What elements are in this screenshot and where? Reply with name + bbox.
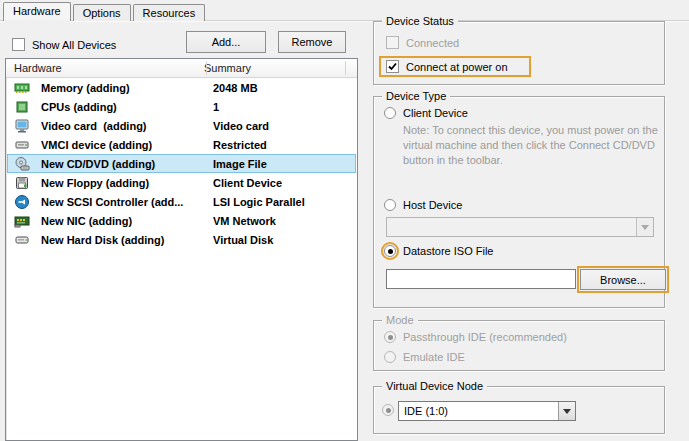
datastore-iso-radio[interactable]: Datastore ISO File [384, 245, 493, 257]
client-device-radio[interactable]: Client Device [384, 107, 468, 119]
radio-unselected-disabled-icon [384, 351, 396, 363]
virtual-device-node-title: Virtual Device Node [382, 379, 487, 393]
host-device-radio[interactable]: Host Device [384, 199, 462, 211]
passthrough-ide-label: Passthrough IDE (recommended) [403, 331, 567, 343]
device-type-title: Device Type [382, 89, 450, 103]
column-divider[interactable] [345, 61, 346, 75]
device-summary: Video card [213, 120, 269, 132]
show-all-devices-checkbox[interactable]: Show All Devices [12, 38, 116, 51]
connected-checkbox: Connected [386, 36, 459, 49]
tab-hardware[interactable]: Hardware [3, 2, 71, 21]
chevron-down-icon [636, 218, 653, 236]
column-header-summary[interactable]: Summary [198, 62, 357, 74]
list-item-new-nic[interactable]: New NIC (adding) VM Network [7, 211, 356, 230]
list-item-cpus[interactable]: CPUs (adding) 1 [7, 97, 356, 116]
datastore-iso-label: Datastore ISO File [403, 245, 493, 257]
device-name: VMCI device (adding) [41, 139, 207, 151]
vmci-icon [14, 137, 30, 153]
host-device-label: Host Device [403, 199, 462, 211]
device-name: New CD/DVD (adding) [41, 158, 207, 170]
tab-resources[interactable]: Resources [133, 4, 206, 21]
nic-icon [14, 213, 30, 229]
mode-group: Mode Passthrough IDE (recommended) Emula… [373, 320, 665, 371]
connect-at-power-on-label: Connect at power on [406, 61, 508, 73]
device-name: New Floppy (adding) [41, 177, 207, 189]
device-summary: Client Device [213, 177, 282, 189]
device-name: New NIC (adding) [41, 215, 207, 227]
device-name: Video card (adding) [41, 120, 207, 132]
device-summary: Image File [213, 158, 267, 170]
device-summary: 1 [213, 101, 219, 113]
browse-button[interactable]: Browse... [580, 269, 666, 290]
radio-selected-disabled-icon [382, 404, 394, 416]
hardware-list[interactable]: Hardware Summary Memory (adding) 2048 MB… [5, 58, 358, 441]
virtual-device-node-group: Virtual Device Node IDE (1:0) [373, 386, 665, 434]
device-name: CPUs (adding) [41, 101, 207, 113]
emulate-ide-radio: Emulate IDE [384, 351, 465, 363]
checkbox-disabled-icon [386, 36, 399, 49]
device-summary: Restricted [213, 139, 267, 151]
connect-at-power-on-checkbox[interactable]: Connect at power on [386, 60, 508, 73]
column-divider[interactable] [206, 61, 207, 75]
device-status-title: Device Status [382, 14, 458, 28]
list-item-memory[interactable]: Memory (adding) 2048 MB [7, 78, 356, 97]
memory-icon [14, 80, 30, 96]
checkbox-checked-icon[interactable] [386, 60, 399, 73]
radio-selected-disabled-icon [384, 331, 396, 343]
device-name: Memory (adding) [41, 82, 207, 94]
device-node-dropdown[interactable]: IDE (1:0) [398, 401, 576, 421]
list-item-vmci[interactable]: VMCI device (adding) Restricted [7, 135, 356, 154]
iso-path-input[interactable] [386, 269, 576, 289]
device-summary: VM Network [213, 215, 276, 227]
passthrough-ide-radio: Passthrough IDE (recommended) [384, 331, 567, 343]
list-header[interactable]: Hardware Summary [6, 59, 357, 78]
scsi-icon [14, 194, 30, 210]
show-all-devices-label: Show All Devices [32, 39, 116, 51]
device-name: New Hard Disk (adding) [41, 234, 207, 246]
list-item-new-cd-dvd[interactable]: New CD/DVD (adding) Image File [7, 154, 356, 173]
floppy-icon [14, 175, 30, 191]
device-type-group: Device Type Client Device Note: To conne… [373, 96, 665, 308]
device-name: New SCSI Controller (add... [41, 196, 207, 208]
cpu-icon [14, 99, 30, 115]
device-summary: LSI Logic Parallel [213, 196, 305, 208]
device-summary: Virtual Disk [213, 234, 273, 246]
mode-title: Mode [382, 313, 418, 327]
device-node-dropdown-value: IDE (1:0) [399, 405, 558, 417]
chevron-down-icon[interactable] [558, 402, 575, 420]
list-item-new-hard-disk[interactable]: New Hard Disk (adding) Virtual Disk [7, 230, 356, 249]
client-device-note: Note: To connect this device, you must p… [403, 123, 665, 168]
hard-disk-icon [14, 232, 30, 248]
device-summary: 2048 MB [213, 82, 258, 94]
device-status-group: Device Status Connected Connect at power… [373, 21, 665, 85]
list-item-new-floppy[interactable]: New Floppy (adding) Client Device [7, 173, 356, 192]
tab-options[interactable]: Options [73, 4, 131, 21]
host-device-dropdown [386, 217, 654, 237]
radio-unselected-icon[interactable] [384, 199, 396, 211]
tab-bar: Hardware Options Resources [3, 2, 207, 21]
list-item-new-scsi-controller[interactable]: New SCSI Controller (add... LSI Logic Pa… [7, 192, 356, 211]
client-device-label: Client Device [403, 107, 468, 119]
radio-selected-icon[interactable] [384, 245, 396, 257]
cd-dvd-icon [14, 156, 30, 172]
radio-unselected-icon[interactable] [384, 107, 396, 119]
connected-label: Connected [406, 37, 459, 49]
device-node-radio [382, 404, 394, 416]
video-card-icon [14, 118, 30, 134]
vm-properties-dialog: Hardware Options Resources Show All Devi… [0, 0, 689, 441]
list-item-video-card[interactable]: Video card (adding) Video card [7, 116, 356, 135]
column-header-hardware[interactable]: Hardware [6, 62, 198, 74]
datastore-iso-highlight [381, 242, 399, 260]
remove-button[interactable]: Remove [278, 31, 346, 53]
checkbox-unchecked-icon[interactable] [12, 38, 25, 51]
emulate-ide-label: Emulate IDE [403, 351, 465, 363]
add-button[interactable]: Add... [186, 31, 266, 53]
